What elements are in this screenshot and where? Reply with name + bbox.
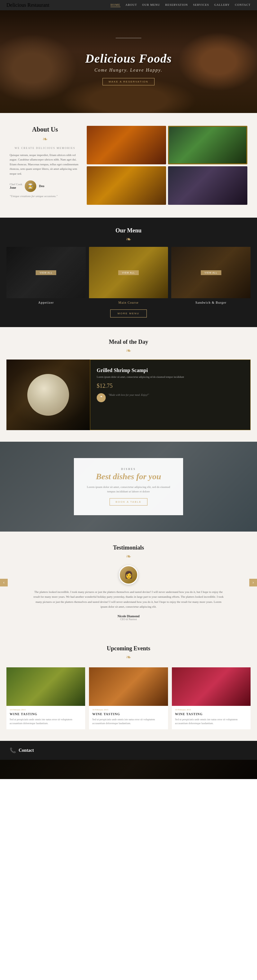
meal-price: $12.75: [97, 383, 244, 389]
events-title: Upcoming Events: [6, 645, 251, 652]
chef-avatar: 👨‍🍳: [25, 180, 36, 192]
event-desc-1: Sed ut perspiciatis unde omnis iste natu…: [10, 718, 82, 725]
book-table-button[interactable]: BOOK A TABLE: [110, 498, 148, 506]
event-card-3: 10 February 2015 WINE TASTING Sed ut per…: [172, 667, 251, 729]
testimonials-text: The platters looked incredible. I took m…: [32, 590, 225, 609]
meal-content: Grilled Shrimp Scampi Lorem ipsum dolor …: [6, 360, 251, 430]
menu-img-appetizer: VIEW ALL: [6, 247, 86, 298]
chef1-name: Jone: [10, 186, 22, 189]
event-title-3: WINE TASTING: [175, 712, 247, 716]
dishes-box: DISHES Best dishes for you Lorem ipsum d…: [74, 458, 183, 515]
about-divider: ❧: [10, 135, 80, 143]
about-food-img-1: [87, 126, 166, 164]
nav-menu[interactable]: OUR MENU: [142, 3, 160, 7]
menu-ornament: ❧: [6, 235, 251, 243]
nav-gallery[interactable]: GALLERY: [214, 3, 230, 7]
nav-services[interactable]: SERVICES: [193, 3, 209, 7]
about-images: [87, 126, 247, 205]
view-all-appetizer[interactable]: VIEW ALL: [36, 270, 56, 275]
testimonials-avatar: 👩: [119, 565, 138, 584]
more-menu-button[interactable]: MORE MENU: [110, 309, 147, 317]
hero-subtitle: Come Hungry. Leave Happy.: [85, 68, 172, 73]
nav-contact[interactable]: CONTACT: [235, 3, 251, 7]
about-title: About Us: [10, 126, 80, 133]
events-ornament: ❧: [6, 653, 251, 661]
event-title-1: WINE TASTING: [10, 712, 82, 716]
testimonials-next-button[interactable]: ›: [249, 579, 257, 587]
chef-row: Chef Cook Jone 👨‍🍳 Deo: [10, 180, 80, 192]
event-title-2: WINE TASTING: [92, 712, 164, 716]
contact-label: Contact: [19, 748, 34, 753]
meal-quote-row: ❝ "Made with love for your meal. Enjoy!": [97, 393, 244, 402]
chef-label: Chef Cook: [10, 183, 22, 186]
meal-section: Meal of the Day ❧ Grilled Shrimp Scampi …: [0, 327, 257, 442]
menu-card-maincourse: VIEW ALL Main Course: [89, 247, 168, 304]
event-body-1: 10 February 2015 WINE TASTING Sed ut per…: [6, 706, 85, 729]
testimonials-ornament: ❧: [10, 552, 247, 560]
event-body-3: 10 February 2015 WINE TASTING Sed ut per…: [172, 706, 251, 729]
testimonials-name: Nicole Diamond: [10, 614, 247, 618]
events-grid-row1: 10 February 2015 WINE TASTING Sed ut per…: [6, 667, 251, 729]
event-img-1: [6, 667, 85, 706]
about-left: About Us ❧ WE CREATE DELICIOUS MEMORIES …: [10, 126, 80, 205]
testimonials-title: Testimonials: [10, 544, 247, 551]
event-desc-2: Sed ut perspiciatis unde omnis iste natu…: [92, 718, 164, 725]
about-section: About Us ❧ WE CREATE DELICIOUS MEMORIES …: [0, 113, 257, 218]
hero-sunburst-decoration: [116, 38, 141, 51]
about-tagline: WE CREATE DELICIOUS MEMORIES: [10, 147, 80, 150]
menu-card-burger: VIEW ALL Sandwich & Burger: [171, 247, 251, 304]
meal-image: [6, 360, 90, 430]
nav-about[interactable]: ABOUT: [126, 3, 137, 7]
meal-dish-name: Grilled Shrimp Scampi: [97, 368, 244, 373]
hero-section: Delicious Foods Come Hungry. Leave Happy…: [0, 10, 257, 113]
meal-title: Meal of the Day: [6, 339, 251, 345]
nav-reservation[interactable]: RESERVATION: [165, 3, 188, 7]
menu-card-appetizer: VIEW ALL Appetizer: [6, 247, 86, 304]
menu-label-maincourse: Main Course: [89, 301, 168, 304]
about-body: Quisque rutrum, neque imperdiet, Etiam u…: [10, 153, 80, 176]
about-food-img-3: [87, 166, 166, 205]
event-desc-3: Sed ut perspiciatis unde omnis iste natu…: [175, 718, 247, 725]
event-img-2: [89, 667, 168, 706]
menu-label-burger: Sandwich & Burger: [171, 301, 251, 304]
testimonials-section: Testimonials ❧ ‹ 👩 The platters looked i…: [0, 531, 257, 634]
event-body-2: 10 February 2015 WINE TASTING Sed ut per…: [89, 706, 168, 729]
event-img-3: [172, 667, 251, 706]
menu-label-appetizer: Appetizer: [6, 301, 86, 304]
dishes-title: Best dishes for you: [87, 472, 170, 482]
about-food-img-4: [168, 166, 247, 205]
meal-quote-icon: ❝: [97, 393, 106, 402]
nav-links: HOME ABOUT OUR MENU RESERVATION SERVICES…: [110, 3, 251, 7]
about-quote: "Unique creations for unique occasions.": [10, 194, 80, 198]
contact-section: 📞 Contact: [0, 741, 257, 760]
event-date-1: 10 February 2015: [10, 708, 82, 711]
menu-grid: VIEW ALL Appetizer VIEW ALL Main Course …: [6, 247, 251, 304]
menu-img-burger: VIEW ALL: [171, 247, 251, 298]
events-section: Upcoming Events ❧ 10 February 2015 WINE …: [0, 634, 257, 741]
hero-cta-button[interactable]: MAKE A RESERVATION: [102, 78, 155, 85]
event-card-1: 10 February 2015 WINE TASTING Sed ut per…: [6, 667, 85, 729]
event-date-2: 10 February 2015: [92, 708, 164, 711]
nav-home[interactable]: HOME: [110, 3, 120, 7]
menu-section: Our Menu ❧ VIEW ALL Appetizer VIEW ALL M…: [0, 218, 257, 327]
view-all-burger[interactable]: VIEW ALL: [201, 270, 221, 275]
dishes-tag: DISHES: [87, 468, 170, 471]
about-food-img-2: [168, 126, 247, 164]
menu-title: Our Menu: [6, 227, 251, 234]
meal-info-box: Grilled Shrimp Scampi Lorem ipsum dolor …: [90, 360, 251, 430]
chef2-name: Deo: [39, 184, 44, 188]
view-all-maincourse[interactable]: VIEW ALL: [118, 270, 139, 275]
hero-title: Delicious Foods: [85, 52, 172, 65]
navbar: Delicious Restaurant HOME ABOUT OUR MENU…: [0, 0, 257, 10]
plate-visual: [27, 374, 69, 416]
hero-content: Delicious Foods Come Hungry. Leave Happy…: [85, 38, 172, 86]
footer-bar: [0, 760, 257, 779]
dishes-description: Lorem ipsum dolor sit amet, consectetur …: [87, 485, 170, 494]
testimonials-prev-button[interactable]: ‹: [0, 579, 8, 587]
meal-image-inner: [6, 360, 90, 430]
event-date-3: 10 February 2015: [175, 708, 247, 711]
meal-ornament: ❧: [6, 347, 251, 355]
nav-brand: Delicious Restaurant: [6, 2, 49, 8]
contact-icon: 📞: [10, 747, 16, 753]
testimonials-role: CEO di Nutriest: [10, 618, 247, 621]
